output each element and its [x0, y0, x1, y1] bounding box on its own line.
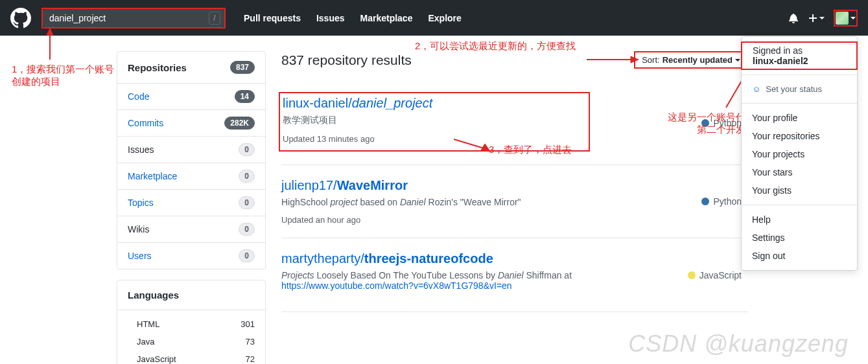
- menu-item[interactable]: Your profile: [742, 109, 857, 127]
- repo-link[interactable]: julienp17/WaveMirror: [281, 178, 408, 192]
- language-filter[interactable]: JavaScript72: [117, 350, 265, 364]
- repo-updated: Updated an hour ago: [281, 215, 592, 225]
- results-title: 837 repository results: [281, 52, 412, 68]
- languages-panel: Languages HTML301Java73JavaScript72Pytho…: [117, 280, 266, 364]
- language-filter[interactable]: Java73: [117, 333, 265, 350]
- repo-link[interactable]: linux-daniel/daniel_project: [283, 96, 432, 110]
- smiley-icon: ☺: [752, 84, 760, 94]
- set-status[interactable]: ☺ Set your status: [742, 80, 857, 98]
- repo-result: linux-daniel/daniel_project 教学测试项目 Updat…: [281, 82, 748, 165]
- caret-down-icon: [735, 59, 740, 62]
- repo-result: julienp17/WaveMirror HighSchool project …: [281, 165, 748, 238]
- results: 837 repository results Sort: Recently up…: [281, 51, 748, 364]
- menu-item[interactable]: Settings: [742, 229, 857, 247]
- menu-item[interactable]: Help: [742, 210, 857, 229]
- plus-icon: [808, 13, 818, 23]
- filter-panel: Repositories 837 Code14Commits282KIssues…: [117, 51, 266, 269]
- header-right: [788, 10, 858, 27]
- user-dropdown: Signed in as linux-daniel2 ☺ Set your st…: [741, 36, 858, 271]
- sort-value: Recently updated: [663, 55, 733, 65]
- filter-code[interactable]: Code14: [117, 84, 265, 110]
- notifications-icon[interactable]: [788, 13, 799, 23]
- avatar: [836, 12, 849, 25]
- language-filter[interactable]: HTML301: [117, 315, 265, 333]
- github-logo-icon[interactable]: [10, 8, 31, 28]
- search-input[interactable]: [43, 9, 224, 27]
- filter-marketplace[interactable]: Marketplace0: [117, 163, 265, 190]
- menu-item[interactable]: Your stars: [742, 163, 857, 181]
- repo-description: Projects Loosely Based On The YouTube Le…: [281, 270, 592, 291]
- filter-count: 837: [230, 61, 255, 74]
- sort-label: Sort:: [642, 55, 659, 65]
- sidebar: Repositories 837 Code14Commits282KIssues…: [117, 51, 266, 364]
- filter-label: Repositories: [128, 62, 187, 73]
- repo-list: linux-daniel/daniel_project 教学测试项目 Updat…: [281, 82, 748, 312]
- signed-in-as: Signed in as linux-daniel2: [741, 41, 858, 70]
- menu-item[interactable]: Your repositories: [742, 127, 857, 145]
- main-container: Repositories 837 Code14Commits282KIssues…: [0, 36, 868, 364]
- languages-header: Languages: [117, 280, 265, 310]
- slash-hint: /: [209, 12, 220, 25]
- filter-topics[interactable]: Topics0: [117, 190, 265, 216]
- top-header: / Pull requests Issues Marketplace Explo…: [0, 0, 868, 36]
- caret-down-icon: [819, 17, 825, 19]
- create-new-menu[interactable]: [808, 13, 825, 23]
- menu-item[interactable]: Your gists: [742, 181, 857, 199]
- menu-item[interactable]: Sign out: [742, 247, 857, 265]
- user-menu-trigger[interactable]: [834, 10, 858, 27]
- repo-result: martytheparty/threejs-natureofcode Proje…: [281, 238, 748, 312]
- nav-marketplace[interactable]: Marketplace: [353, 13, 421, 23]
- filter-issues[interactable]: Issues0: [117, 137, 265, 163]
- repo-description: HighSchool project based on Daniel Rozin…: [281, 197, 592, 207]
- nav-explore[interactable]: Explore: [420, 13, 469, 23]
- current-user: linux-daniel2: [753, 56, 808, 66]
- filter-wikis[interactable]: Wikis0: [117, 216, 265, 243]
- repo-description: 教学测试项目: [283, 115, 578, 126]
- menu-item[interactable]: Your projects: [742, 145, 857, 163]
- nav-issues[interactable]: Issues: [309, 13, 353, 23]
- filter-commits[interactable]: Commits282K: [117, 110, 265, 137]
- filter-repositories[interactable]: Repositories 837: [117, 52, 265, 84]
- search-box: /: [41, 8, 226, 28]
- repo-language: JavaScript: [688, 251, 748, 299]
- results-header: 837 repository results Sort: Recently up…: [281, 51, 748, 69]
- nav-pull-requests[interactable]: Pull requests: [236, 13, 309, 23]
- sort-button[interactable]: Sort: Recently updated: [634, 51, 748, 69]
- filter-users[interactable]: Users0: [117, 243, 265, 269]
- repo-link[interactable]: martytheparty/threejs-natureofcode: [281, 251, 493, 266]
- primary-nav: Pull requests Issues Marketplace Explore: [236, 13, 469, 23]
- caret-down-icon: [850, 17, 856, 19]
- repo-updated: Updated 13 minutes ago: [283, 134, 578, 144]
